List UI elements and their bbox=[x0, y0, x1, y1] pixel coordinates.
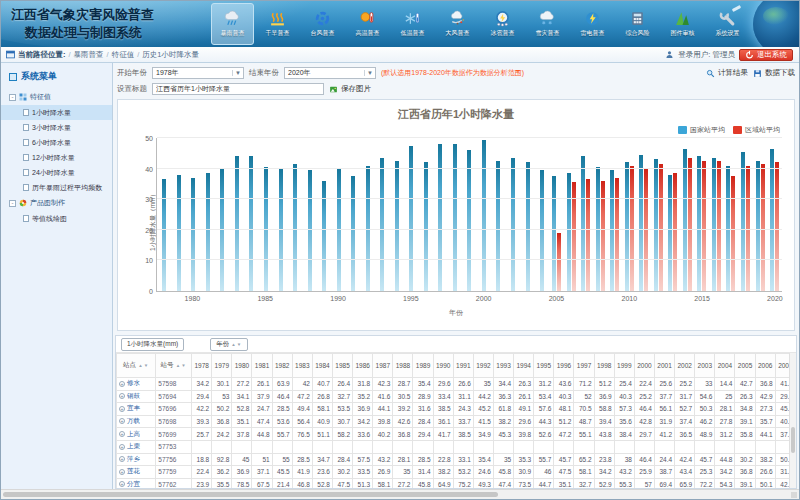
legend-item-1[interactable]: 国家站平均 bbox=[678, 125, 725, 135]
value-cell: 30.1 bbox=[212, 378, 232, 391]
expand-icon[interactable]: + bbox=[119, 381, 125, 387]
expand-icon[interactable]: + bbox=[119, 444, 125, 450]
column-header-year[interactable]: 1982 bbox=[272, 354, 292, 378]
value-cell: 41.7 bbox=[433, 428, 453, 441]
chart-title-input[interactable] bbox=[152, 83, 324, 95]
breadcrumb-item[interactable]: 暴雨普查 bbox=[74, 50, 104, 60]
breadcrumb-item[interactable]: 历史1小时降水量 bbox=[142, 50, 199, 60]
nav-item-8[interactable]: 雪灾普查 bbox=[526, 3, 569, 45]
collapse-icon[interactable]: - bbox=[9, 200, 16, 207]
column-header-station[interactable]: 站点 ▲▼ bbox=[117, 354, 156, 378]
value-cell bbox=[755, 440, 775, 453]
nav-item-4[interactable]: 高温普查 bbox=[346, 3, 389, 45]
nav-item-7[interactable]: 冰雹普查 bbox=[481, 3, 524, 45]
snow-icon bbox=[539, 10, 556, 27]
value-cell: 47.4 bbox=[252, 415, 272, 428]
vscroll-thumb[interactable] bbox=[791, 427, 795, 453]
sort-arrows-icon[interactable]: ▲▼ bbox=[174, 363, 187, 368]
nav-item-5[interactable]: 低温普查 bbox=[391, 3, 434, 45]
column-header-year[interactable]: 1979 bbox=[212, 354, 232, 378]
expand-icon[interactable]: + bbox=[119, 393, 125, 399]
column-header-year[interactable]: 1984 bbox=[312, 354, 332, 378]
logout-button[interactable]: 退出系统 bbox=[739, 49, 793, 61]
sidebar-item-历年暴雨过程平均频数[interactable]: 历年暴雨过程平均频数 bbox=[1, 180, 112, 195]
expand-icon[interactable]: + bbox=[119, 469, 125, 475]
nav-item-12[interactable]: 系统设置 bbox=[706, 3, 749, 45]
sidebar-item-3小时降水量[interactable]: 3小时降水量 bbox=[1, 120, 112, 135]
toolbar-row-1: 开始年份 1978年 ▼ 结束年份 2020年 ▼ (默认选用1978-2020… bbox=[117, 65, 795, 81]
nav-item-3[interactable]: 台风普查 bbox=[301, 3, 344, 45]
nav-item-6[interactable]: 大风普查 bbox=[436, 3, 479, 45]
horizontal-scrollbar[interactable] bbox=[1, 489, 799, 499]
column-header-year[interactable]: 1998 bbox=[594, 354, 614, 378]
column-header-year[interactable]: 1989 bbox=[413, 354, 433, 378]
value-cell bbox=[735, 440, 755, 453]
nav-item-10[interactable]: 综合风险 bbox=[616, 3, 659, 45]
save-image-button[interactable]: 保存图片 bbox=[329, 84, 371, 94]
value-cell bbox=[574, 440, 594, 453]
sidebar-group-1[interactable]: -特征值 bbox=[1, 89, 112, 105]
column-header-year[interactable]: 1985 bbox=[332, 354, 352, 378]
column-header-year[interactable]: 2002 bbox=[675, 354, 695, 378]
column-header-year[interactable]: 1997 bbox=[574, 354, 594, 378]
column-header-year[interactable]: 2001 bbox=[654, 354, 674, 378]
column-header-year[interactable]: 1993 bbox=[493, 354, 513, 378]
column-header-year[interactable]: 1995 bbox=[534, 354, 554, 378]
column-header-year[interactable]: 1981 bbox=[252, 354, 272, 378]
start-year-select[interactable]: 1978年 ▼ bbox=[152, 67, 244, 79]
value-cell: 38.2 bbox=[433, 466, 453, 479]
calculate-button[interactable]: 计算结果 bbox=[706, 68, 748, 78]
column-header-year[interactable]: 1996 bbox=[554, 354, 574, 378]
expand-icon[interactable]: + bbox=[119, 431, 125, 437]
column-header-year[interactable]: 1983 bbox=[292, 354, 312, 378]
sort-arrows-icon[interactable]: ▲▼ bbox=[136, 363, 149, 368]
value-cell: 29.6 bbox=[433, 378, 453, 391]
value-cell: 35.1 bbox=[554, 478, 574, 489]
value-cell bbox=[373, 440, 393, 453]
column-header-year[interactable]: 1980 bbox=[232, 354, 252, 378]
breadcrumb-item[interactable]: 特征值 bbox=[112, 50, 135, 60]
column-header-year[interactable]: 1987 bbox=[373, 354, 393, 378]
expand-icon[interactable]: + bbox=[119, 481, 125, 487]
column-header-year[interactable]: 1988 bbox=[393, 354, 413, 378]
column-header-year[interactable]: 1994 bbox=[514, 354, 534, 378]
legend-item-2[interactable]: 区域站平均 bbox=[733, 125, 780, 135]
year-sort-button[interactable]: 年份 ▲▼ bbox=[210, 338, 248, 351]
sidebar-item-6小时降水量[interactable]: 6小时降水量 bbox=[1, 135, 112, 150]
column-header-year[interactable]: 1986 bbox=[353, 354, 373, 378]
bar-regional bbox=[659, 164, 663, 291]
value-cell: 45.8 bbox=[413, 478, 433, 489]
nav-item-1[interactable]: 暴雨普查 bbox=[211, 3, 254, 45]
download-button[interactable]: 数据下载 bbox=[753, 68, 795, 78]
column-header-year[interactable]: 1978 bbox=[192, 354, 212, 378]
column-header-year[interactable]: 1991 bbox=[453, 354, 473, 378]
sidebar-item-24小时降水量[interactable]: 24小时降水量 bbox=[1, 165, 112, 180]
metric-button[interactable]: 1小时降水量(mm) bbox=[121, 338, 184, 351]
column-header-year[interactable]: 2003 bbox=[695, 354, 715, 378]
column-header-year[interactable]: 1999 bbox=[614, 354, 634, 378]
column-header-year[interactable]: 2006 bbox=[755, 354, 775, 378]
column-header-year[interactable]: 2000 bbox=[634, 354, 654, 378]
value-cell: 22.4 bbox=[634, 378, 654, 391]
value-cell: 42.3 bbox=[373, 378, 393, 391]
sidebar-item-等值线绘图[interactable]: 等值线绘图 bbox=[1, 211, 112, 226]
collapse-icon[interactable]: - bbox=[9, 94, 16, 101]
nav-item-9[interactable]: 雷电普查 bbox=[571, 3, 614, 45]
sidebar-group-2[interactable]: -产品图制作 bbox=[1, 195, 112, 211]
end-year-select[interactable]: 2020年 ▼ bbox=[284, 67, 376, 79]
sidebar-item-12小时降水量[interactable]: 12小时降水量 bbox=[1, 150, 112, 165]
table-vertical-scrollbar[interactable] bbox=[789, 353, 796, 488]
sidebar-item-1小时降水量[interactable]: 1小时降水量 bbox=[1, 105, 112, 120]
column-header-station-id[interactable]: 站号 ▲▼ bbox=[156, 354, 192, 378]
column-header-year[interactable]: 1992 bbox=[473, 354, 493, 378]
column-header-year[interactable]: 2004 bbox=[715, 354, 735, 378]
nav-item-2[interactable]: 干旱普查 bbox=[256, 3, 299, 45]
station-name-cell: +分宜 bbox=[117, 478, 156, 489]
column-header-year[interactable]: 1990 bbox=[433, 354, 453, 378]
expand-icon[interactable]: + bbox=[119, 418, 125, 424]
expand-icon[interactable]: + bbox=[119, 456, 125, 462]
hscroll-thumb[interactable] bbox=[3, 492, 498, 497]
expand-icon[interactable]: + bbox=[119, 406, 125, 412]
column-header-year[interactable]: 2005 bbox=[735, 354, 755, 378]
nav-item-11[interactable]: 图件审核 bbox=[661, 3, 704, 45]
